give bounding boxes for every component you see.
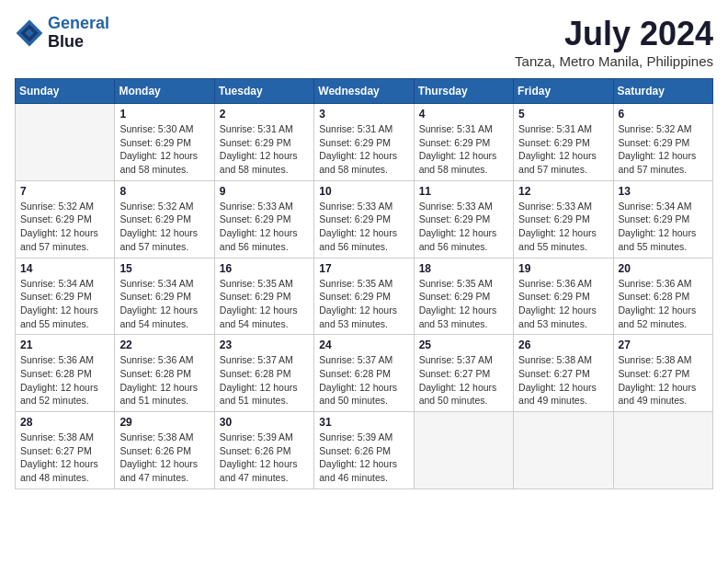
day-info: Sunrise: 5:38 AM Sunset: 6:27 PM Dayligh… — [619, 353, 708, 408]
logo-text: General Blue — [48, 15, 109, 52]
day-number: 27 — [619, 339, 708, 351]
day-number: 1 — [119, 108, 209, 121]
calendar-cell — [16, 104, 115, 181]
day-info: Sunrise: 5:36 AM Sunset: 6:28 PM Dayligh… — [619, 277, 708, 331]
day-info: Sunrise: 5:31 AM Sunset: 6:29 PM Dayligh… — [319, 122, 408, 177]
calendar-cell: 16Sunrise: 5:35 AM Sunset: 6:29 PM Dayli… — [214, 258, 313, 335]
day-info: Sunrise: 5:35 AM Sunset: 6:29 PM Dayligh… — [220, 277, 309, 331]
week-row-5: 28Sunrise: 5:38 AM Sunset: 6:27 PM Dayli… — [16, 412, 713, 489]
day-info: Sunrise: 5:39 AM Sunset: 6:26 PM Dayligh… — [220, 431, 309, 485]
weekday-header-thursday: Thursday — [414, 79, 513, 104]
day-number: 18 — [419, 262, 508, 275]
day-number: 12 — [518, 185, 608, 198]
calendar-cell: 9Sunrise: 5:33 AM Sunset: 6:29 PM Daylig… — [214, 180, 313, 258]
weekday-header-tuesday: Tuesday — [214, 79, 313, 104]
calendar-cell: 3Sunrise: 5:31 AM Sunset: 6:29 PM Daylig… — [314, 104, 414, 181]
calendar-cell: 18Sunrise: 5:35 AM Sunset: 6:29 PM Dayli… — [414, 258, 513, 335]
day-info: Sunrise: 5:30 AM Sunset: 6:29 PM Dayligh… — [119, 122, 209, 177]
calendar-cell: 2Sunrise: 5:31 AM Sunset: 6:29 PM Daylig… — [214, 104, 313, 181]
day-number: 5 — [518, 108, 608, 121]
day-number: 30 — [220, 416, 309, 429]
logo-icon — [15, 18, 44, 48]
day-info: Sunrise: 5:36 AM Sunset: 6:29 PM Dayligh… — [518, 277, 608, 331]
day-info: Sunrise: 5:37 AM Sunset: 6:28 PM Dayligh… — [220, 353, 309, 408]
day-info: Sunrise: 5:33 AM Sunset: 6:29 PM Dayligh… — [220, 200, 309, 254]
week-row-4: 21Sunrise: 5:36 AM Sunset: 6:28 PM Dayli… — [16, 335, 713, 412]
day-number: 3 — [319, 108, 408, 121]
calendar-table: SundayMondayTuesdayWednesdayThursdayFrid… — [15, 78, 713, 489]
weekday-header-wednesday: Wednesday — [314, 79, 414, 104]
calendar-cell: 8Sunrise: 5:32 AM Sunset: 6:29 PM Daylig… — [115, 180, 214, 258]
day-number: 26 — [518, 339, 608, 351]
logo-general: General — [48, 14, 109, 32]
day-number: 8 — [119, 185, 209, 198]
day-number: 21 — [20, 339, 109, 351]
day-number: 7 — [20, 185, 109, 198]
calendar-cell: 5Sunrise: 5:31 AM Sunset: 6:29 PM Daylig… — [514, 104, 613, 181]
day-info: Sunrise: 5:34 AM Sunset: 6:29 PM Dayligh… — [119, 277, 209, 331]
day-number: 23 — [220, 339, 309, 351]
page-header: General Blue July 2024 Tanza, Metro Mani… — [15, 15, 713, 69]
calendar-cell: 27Sunrise: 5:38 AM Sunset: 6:27 PM Dayli… — [613, 335, 712, 412]
day-number: 16 — [220, 262, 309, 275]
day-info: Sunrise: 5:33 AM Sunset: 6:29 PM Dayligh… — [419, 200, 508, 254]
week-row-2: 7Sunrise: 5:32 AM Sunset: 6:29 PM Daylig… — [16, 180, 713, 258]
calendar-cell: 20Sunrise: 5:36 AM Sunset: 6:28 PM Dayli… — [613, 258, 712, 335]
day-number: 6 — [619, 108, 708, 121]
day-info: Sunrise: 5:32 AM Sunset: 6:29 PM Dayligh… — [619, 122, 708, 177]
day-number: 2 — [220, 108, 309, 121]
logo: General Blue — [15, 15, 109, 52]
calendar-cell: 15Sunrise: 5:34 AM Sunset: 6:29 PM Dayli… — [115, 258, 214, 335]
calendar-cell: 1Sunrise: 5:30 AM Sunset: 6:29 PM Daylig… — [115, 104, 214, 181]
day-info: Sunrise: 5:37 AM Sunset: 6:27 PM Dayligh… — [419, 353, 508, 408]
calendar-cell: 19Sunrise: 5:36 AM Sunset: 6:29 PM Dayli… — [514, 258, 613, 335]
calendar-cell: 23Sunrise: 5:37 AM Sunset: 6:28 PM Dayli… — [214, 335, 313, 412]
day-info: Sunrise: 5:37 AM Sunset: 6:28 PM Dayligh… — [319, 353, 408, 408]
week-row-3: 14Sunrise: 5:34 AM Sunset: 6:29 PM Dayli… — [16, 258, 713, 335]
month-year: July 2024 — [515, 15, 713, 53]
calendar-cell: 7Sunrise: 5:32 AM Sunset: 6:29 PM Daylig… — [16, 180, 115, 258]
calendar-cell: 21Sunrise: 5:36 AM Sunset: 6:28 PM Dayli… — [16, 335, 115, 412]
calendar-cell: 4Sunrise: 5:31 AM Sunset: 6:29 PM Daylig… — [414, 104, 513, 181]
location: Tanza, Metro Manila, Philippines — [515, 53, 713, 69]
day-number: 25 — [419, 339, 508, 351]
week-row-1: 1Sunrise: 5:30 AM Sunset: 6:29 PM Daylig… — [16, 104, 713, 181]
day-info: Sunrise: 5:38 AM Sunset: 6:27 PM Dayligh… — [518, 353, 608, 408]
day-number: 4 — [419, 108, 508, 121]
day-number: 15 — [119, 262, 209, 275]
day-info: Sunrise: 5:34 AM Sunset: 6:29 PM Dayligh… — [20, 277, 109, 331]
weekday-header-monday: Monday — [115, 79, 214, 104]
calendar-cell: 14Sunrise: 5:34 AM Sunset: 6:29 PM Dayli… — [16, 258, 115, 335]
title-block: July 2024 Tanza, Metro Manila, Philippin… — [515, 15, 713, 69]
calendar-cell: 6Sunrise: 5:32 AM Sunset: 6:29 PM Daylig… — [613, 104, 712, 181]
day-info: Sunrise: 5:32 AM Sunset: 6:29 PM Dayligh… — [20, 200, 109, 254]
calendar-cell: 17Sunrise: 5:35 AM Sunset: 6:29 PM Dayli… — [314, 258, 414, 335]
day-number: 28 — [20, 416, 109, 429]
day-number: 24 — [319, 339, 408, 351]
day-number: 10 — [319, 185, 408, 198]
day-info: Sunrise: 5:31 AM Sunset: 6:29 PM Dayligh… — [220, 122, 309, 177]
day-info: Sunrise: 5:33 AM Sunset: 6:29 PM Dayligh… — [319, 200, 408, 254]
calendar-cell: 26Sunrise: 5:38 AM Sunset: 6:27 PM Dayli… — [514, 335, 613, 412]
day-info: Sunrise: 5:36 AM Sunset: 6:28 PM Dayligh… — [119, 353, 209, 408]
day-number: 13 — [619, 185, 708, 198]
calendar-cell: 24Sunrise: 5:37 AM Sunset: 6:28 PM Dayli… — [314, 335, 414, 412]
calendar-cell — [414, 412, 513, 489]
day-number: 14 — [20, 262, 109, 275]
day-info: Sunrise: 5:32 AM Sunset: 6:29 PM Dayligh… — [119, 200, 209, 254]
day-info: Sunrise: 5:35 AM Sunset: 6:29 PM Dayligh… — [419, 277, 508, 331]
day-number: 29 — [119, 416, 209, 429]
day-info: Sunrise: 5:31 AM Sunset: 6:29 PM Dayligh… — [518, 122, 608, 177]
day-info: Sunrise: 5:38 AM Sunset: 6:26 PM Dayligh… — [119, 431, 209, 485]
calendar-cell: 29Sunrise: 5:38 AM Sunset: 6:26 PM Dayli… — [115, 412, 214, 489]
day-number: 19 — [518, 262, 608, 275]
calendar-cell — [613, 412, 712, 489]
calendar-cell: 28Sunrise: 5:38 AM Sunset: 6:27 PM Dayli… — [16, 412, 115, 489]
calendar-cell: 22Sunrise: 5:36 AM Sunset: 6:28 PM Dayli… — [115, 335, 214, 412]
day-info: Sunrise: 5:31 AM Sunset: 6:29 PM Dayligh… — [419, 122, 508, 177]
calendar-cell — [514, 412, 613, 489]
day-info: Sunrise: 5:33 AM Sunset: 6:29 PM Dayligh… — [518, 200, 608, 254]
calendar-cell: 11Sunrise: 5:33 AM Sunset: 6:29 PM Dayli… — [414, 180, 513, 258]
day-info: Sunrise: 5:39 AM Sunset: 6:26 PM Dayligh… — [319, 431, 408, 485]
calendar-cell: 30Sunrise: 5:39 AM Sunset: 6:26 PM Dayli… — [214, 412, 313, 489]
